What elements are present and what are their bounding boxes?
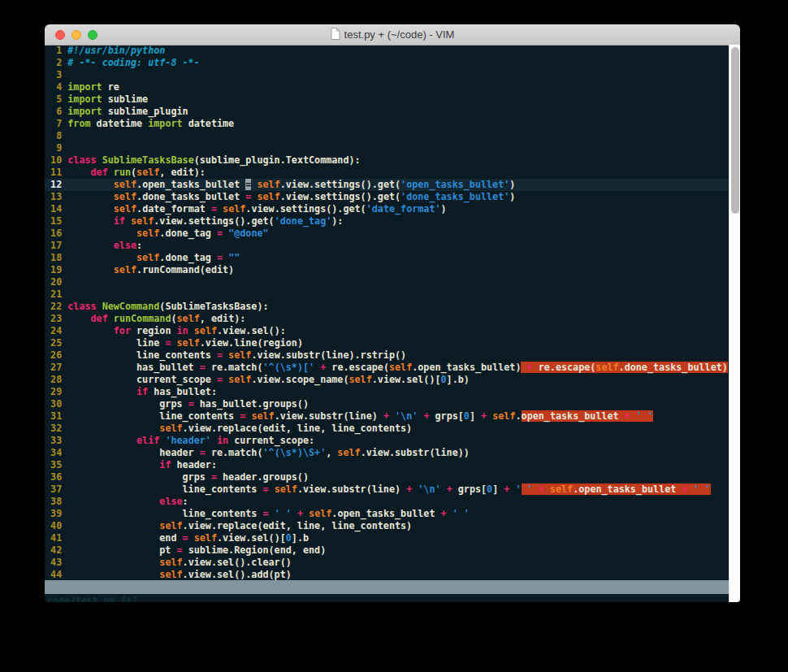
code-line[interactable]: 15 if self.view.settings().get('done_tag… [45,215,729,228]
code-line[interactable]: 29 if has_bullet: [45,386,729,398]
code-line[interactable]: 7 from datetime import datetime [45,118,729,130]
line-number: 4 [45,81,67,93]
line-number: 6 [45,106,67,117]
code-line[interactable]: 17 else: [45,240,729,252]
line-number: 39 [45,508,67,519]
code-line[interactable]: 2 # -*- coding: utf-8 -*- [45,57,729,69]
title-bar[interactable]: test.py + (~/code) - VIM [45,24,740,46]
code-line[interactable]: 31 line_contents = self.view.substr(line… [45,410,729,423]
line-number: 9 [45,142,67,154]
line-number: 22 [45,301,67,312]
line-number: 3 [45,69,67,80]
line-number: 16 [45,228,67,239]
traffic-lights [55,24,97,45]
line-number: 8 [45,130,67,141]
code-line[interactable]: 28 current_scope = self.view.scope_name(… [45,374,729,386]
code-line[interactable]: 10 class SublimeTasksBase(sublime_plugin… [45,154,729,167]
code-line[interactable]: 8 [45,130,729,142]
line-number: 19 [45,264,67,275]
code-line[interactable]: 26 line_contents = self.view.substr(line… [45,349,729,362]
code-line[interactable]: 18 self.done_tag = "" [45,252,729,264]
code-line[interactable]: 3 [45,69,729,81]
code-line[interactable]: 16 self.done_tag = "@done" [45,228,729,240]
line-number: 43 [45,557,67,568]
line-number: 27 [45,362,67,373]
line-number: 40 [45,520,67,531]
code-line[interactable]: 11 def run(self, edit): [45,167,729,179]
code-line[interactable]: 13 self.done_tasks_bullet = self.view.se… [45,191,729,203]
code-line[interactable]: 32 self.view.replace(edit, line, line_co… [45,423,729,435]
code-line[interactable]: 19 self.runCommand(edit) [45,264,729,276]
code-line[interactable]: 34 header = re.match('^(\s*)\S+', self.v… [45,447,729,459]
code-line[interactable]: 1 #!/usr/bin/python [45,45,729,57]
line-number: 7 [45,118,67,129]
line-number: 33 [45,435,67,446]
window-title: test.py + (~/code) - VIM [344,28,455,41]
code-line[interactable]: 12 self.open_tasks_bullet = self.view.se… [45,179,729,191]
code-line[interactable]: 36 grps = header.groups() [45,471,729,483]
document-icon [331,28,340,42]
status-filename: code/test.py [+] [47,594,138,602]
line-number: 29 [45,386,67,397]
code-line[interactable]: 14 self.date_format = self.view.settings… [45,203,729,215]
code-line[interactable]: 37 line_contents = self.view.substr(line… [45,483,729,496]
code-line[interactable]: 44 self.view.sel().add(pt) [45,569,729,580]
line-number: 25 [45,337,67,349]
line-number: 37 [45,483,67,495]
line-number: 21 [45,288,67,300]
vim-window: test.py + (~/code) - VIM 1 #!/usr/bin/py… [45,24,740,602]
line-number: 14 [45,203,67,215]
code-line[interactable]: 42 pt = sublime.Region(end, end) [45,544,729,557]
desktop: { "window": { "title": "test.py + (~/cod… [0,0,788,672]
line-number: 18 [45,252,67,263]
line-number: 2 [45,57,67,68]
code-line[interactable]: 40 self.view.replace(edit, line, line_co… [45,520,729,532]
code-line[interactable]: 35 if header: [45,459,729,471]
code-line[interactable]: 38 else: [45,496,729,508]
code-line[interactable]: 25 line = self.view.line(region) [45,337,729,349]
code-line[interactable]: 22 class NewCommand(SublimeTasksBase): [45,301,729,313]
line-number: 35 [45,459,67,470]
zoom-button[interactable] [88,30,97,40]
code-line[interactable]: 6 import sublime_plugin [45,106,729,118]
line-number: 10 [45,154,67,166]
window-title-group: test.py + (~/code) - VIM [331,28,455,42]
line-number: 20 [45,276,67,288]
line-number: 32 [45,423,67,434]
code-line[interactable]: 24 for region in self.view.sel(): [45,325,729,337]
code-line[interactable]: 9 [45,142,729,154]
code-line[interactable]: 30 grps = has_bullet.groups() [45,398,729,410]
line-number: 41 [45,532,67,544]
code-line[interactable]: 21 [45,288,729,301]
line-number: 30 [45,398,67,410]
line-number: 5 [45,93,67,105]
code-line[interactable]: 41 end = self.view.sel()[0].b [45,532,729,544]
status-bar: code/test.py [+] 12,32 Top [45,580,729,594]
line-number: 34 [45,447,67,458]
line-number: 24 [45,325,67,336]
line-number: 38 [45,496,67,507]
line-number: 42 [45,544,67,556]
code-line[interactable]: 43 self.view.sel().clear() [45,557,729,569]
line-number: 36 [45,471,67,483]
minimize-button[interactable] [71,30,81,40]
line-number: 12 [45,179,67,190]
code-line[interactable]: 33 elif 'header' in current_scope: [45,435,729,447]
line-number: 13 [45,191,67,202]
code-line[interactable]: 39 line_contents = ' ' + self.open_tasks… [45,508,729,520]
code-line[interactable]: 5 import sublime [45,93,729,106]
code-line[interactable]: 23 def runCommand(self, edit): [45,313,729,325]
line-number: 17 [45,240,67,251]
line-number: 23 [45,313,67,324]
line-number: 28 [45,374,67,385]
line-number: 11 [45,167,67,178]
code-line[interactable]: 20 [45,276,729,288]
scrollbar-thumb[interactable] [731,47,739,214]
close-button[interactable] [55,30,65,40]
scrollbar-track[interactable] [729,45,740,602]
line-number: 1 [45,45,67,56]
code-line[interactable]: 27 has_bullet = re.match('^(\s*)[' + re.… [45,362,729,374]
code-line[interactable]: 4 import re [45,81,729,93]
line-number: 31 [45,410,67,422]
code-area[interactable]: 1 #!/usr/bin/python 2 # -*- coding: utf-… [45,45,729,580]
